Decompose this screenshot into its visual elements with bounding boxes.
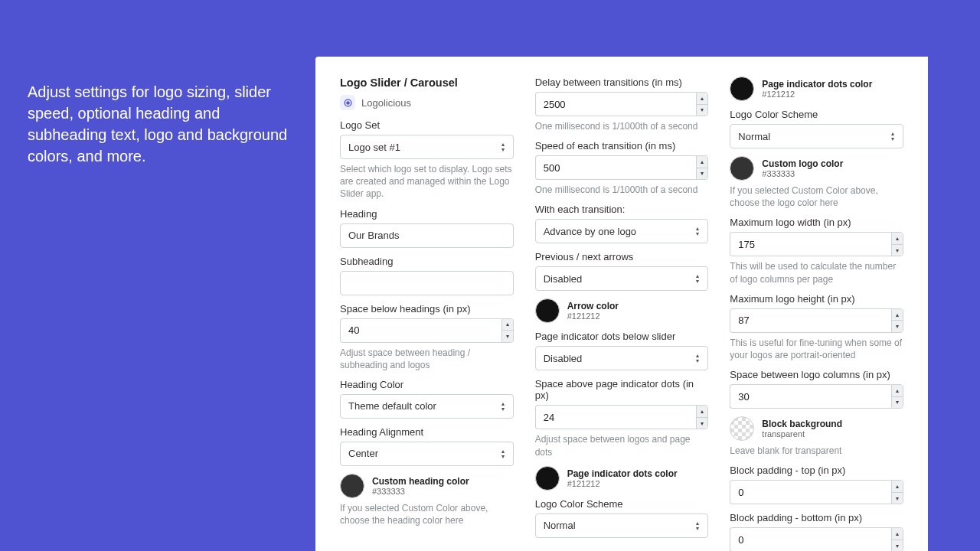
select-caret-icon bbox=[692, 353, 703, 364]
color-value: #333333 bbox=[762, 169, 843, 178]
color-value: #121212 bbox=[567, 479, 678, 488]
heading-color-value: Theme default color bbox=[348, 400, 436, 412]
color-value: transparent bbox=[762, 429, 842, 439]
max-width-help: This will be used to calculate the numbe… bbox=[730, 260, 903, 285]
select-caret-icon bbox=[692, 520, 703, 531]
app-icon bbox=[340, 95, 355, 110]
stepper-down-icon[interactable]: ▾ bbox=[892, 397, 903, 409]
logo-set-help: Select which logo set to display. Logo s… bbox=[340, 163, 514, 201]
select-caret-icon bbox=[887, 131, 898, 142]
color-swatch-transparent bbox=[730, 416, 754, 441]
select-caret-icon bbox=[498, 448, 508, 459]
color-name: Page indicator dots color bbox=[762, 79, 872, 90]
stepper-down-icon[interactable]: ▾ bbox=[892, 493, 903, 504]
settings-column-3: Page indicator dots color #121212 Logo C… bbox=[730, 77, 903, 543]
stepper-up-icon[interactable]: ▴ bbox=[892, 385, 903, 397]
max-height-input[interactable]: 87 bbox=[730, 308, 891, 333]
marketing-copy: Adjust settings for logo sizing, slider … bbox=[28, 81, 296, 167]
color-swatch bbox=[535, 466, 560, 491]
custom-heading-color-picker[interactable]: Custom heading color #333333 bbox=[340, 474, 514, 498]
dots-space-input[interactable]: 24 bbox=[535, 405, 697, 429]
pad-bottom-input[interactable]: 0 bbox=[730, 527, 891, 551]
heading-label: Heading bbox=[340, 208, 514, 220]
scheme-select-2[interactable]: Normal bbox=[730, 124, 903, 148]
block-bg-picker[interactable]: Block background transparent bbox=[730, 416, 903, 441]
stepper-up-icon[interactable]: ▴ bbox=[892, 528, 903, 540]
stepper-down-icon[interactable]: ▾ bbox=[502, 331, 513, 342]
scheme-label-2: Logo Color Scheme bbox=[730, 109, 903, 120]
heading-color-select[interactable]: Theme default color bbox=[340, 394, 514, 419]
select-caret-icon bbox=[498, 142, 508, 152]
col-space-input[interactable]: 30 bbox=[730, 384, 891, 409]
subheading-input[interactable] bbox=[340, 271, 514, 295]
each-transition-label: With each transition: bbox=[535, 204, 709, 215]
scheme-value: Normal bbox=[544, 520, 576, 531]
pad-top-input[interactable]: 0 bbox=[730, 480, 891, 504]
color-value: #121212 bbox=[762, 90, 872, 99]
heading-align-label: Heading Alignment bbox=[340, 426, 514, 438]
stepper-down-icon[interactable]: ▾ bbox=[892, 321, 903, 332]
stepper-down-icon[interactable]: ▾ bbox=[697, 168, 707, 180]
dots-value: Disabled bbox=[544, 353, 583, 364]
color-value: #333333 bbox=[372, 487, 469, 496]
arrows-value: Disabled bbox=[544, 273, 583, 285]
logo-set-value: Logo set #1 bbox=[348, 142, 400, 153]
stepper-up-icon[interactable]: ▴ bbox=[697, 156, 707, 168]
pad-bottom-label: Block padding - bottom (in px) bbox=[730, 512, 903, 523]
select-caret-icon bbox=[692, 273, 703, 284]
space-below-input[interactable]: 40 bbox=[340, 318, 501, 343]
stepper-down-icon[interactable]: ▾ bbox=[697, 105, 707, 116]
app-identity: Logolicious bbox=[340, 95, 514, 110]
dots-select[interactable]: Disabled bbox=[535, 346, 709, 370]
heading-align-select[interactable]: Center bbox=[340, 442, 514, 466]
custom-heading-color-help: If you selected Custom Color above, choo… bbox=[340, 502, 514, 527]
subheading-label: Subheading bbox=[340, 256, 514, 267]
custom-logo-color-picker[interactable]: Custom logo color #333333 bbox=[730, 156, 903, 181]
stepper-up-icon[interactable]: ▴ bbox=[697, 93, 707, 105]
max-height-label: Maximum logo height (in px) bbox=[730, 293, 903, 305]
color-swatch bbox=[535, 298, 560, 323]
max-height-help: This is useful for fine-tuning when some… bbox=[730, 337, 903, 361]
heading-align-value: Center bbox=[348, 448, 378, 459]
color-swatch bbox=[730, 156, 754, 181]
delay-input[interactable]: 2500 bbox=[535, 92, 697, 116]
col-space-label: Space between logo columns (in px) bbox=[730, 369, 903, 380]
stepper-up-icon[interactable]: ▴ bbox=[892, 233, 903, 245]
settings-column-1: Logo Slider / Carousel Logolicious Logo … bbox=[340, 77, 514, 543]
dots-space-help: Adjust space between logos and page dots bbox=[535, 433, 709, 458]
settings-panel: Logo Slider / Carousel Logolicious Logo … bbox=[315, 57, 928, 551]
each-transition-select[interactable]: Advance by one logo bbox=[535, 219, 709, 243]
stepper-up-icon[interactable]: ▴ bbox=[892, 309, 903, 321]
stepper-down-icon[interactable]: ▾ bbox=[697, 418, 707, 429]
stepper-up-icon[interactable]: ▴ bbox=[502, 319, 513, 331]
scheme-label: Logo Color Scheme bbox=[535, 498, 709, 510]
stepper-up-icon[interactable]: ▴ bbox=[892, 481, 903, 493]
stepper-down-icon[interactable]: ▾ bbox=[892, 245, 903, 256]
scheme-select[interactable]: Normal bbox=[535, 514, 709, 538]
dots-space-label: Space above page indicator dots (in px) bbox=[535, 378, 709, 401]
space-below-help: Adjust space between heading / subheadin… bbox=[340, 347, 514, 371]
speed-help: One millisecond is 1/1000th of a second bbox=[535, 184, 709, 196]
color-name: Custom logo color bbox=[762, 158, 843, 169]
delay-label: Delay between transitions (in ms) bbox=[535, 77, 709, 88]
speed-input[interactable]: 500 bbox=[535, 155, 697, 180]
dots-label: Page indicator dots below slider bbox=[535, 331, 709, 342]
max-width-input[interactable]: 175 bbox=[730, 232, 891, 256]
section-title: Logo Slider / Carousel bbox=[340, 77, 514, 89]
logo-set-select[interactable]: Logo set #1 bbox=[340, 135, 514, 159]
select-caret-icon bbox=[498, 401, 508, 412]
dots-color-picker[interactable]: Page indicator dots color #121212 bbox=[535, 466, 709, 491]
logo-set-label: Logo Set bbox=[340, 119, 514, 131]
arrow-color-picker[interactable]: Arrow color #121212 bbox=[535, 298, 709, 323]
block-bg-help: Leave blank for transparent bbox=[730, 445, 903, 457]
heading-input[interactable] bbox=[340, 223, 514, 248]
stepper-up-icon[interactable]: ▴ bbox=[697, 406, 707, 418]
color-name: Block background bbox=[762, 419, 842, 429]
app-name: Logolicious bbox=[361, 97, 411, 109]
each-transition-value: Advance by one logo bbox=[544, 226, 636, 237]
pad-top-label: Block padding - top (in px) bbox=[730, 465, 903, 476]
arrows-select[interactable]: Disabled bbox=[535, 266, 709, 291]
dots-color-picker-2[interactable]: Page indicator dots color #121212 bbox=[730, 77, 903, 101]
select-caret-icon bbox=[692, 226, 703, 236]
stepper-down-icon[interactable]: ▾ bbox=[892, 540, 903, 551]
